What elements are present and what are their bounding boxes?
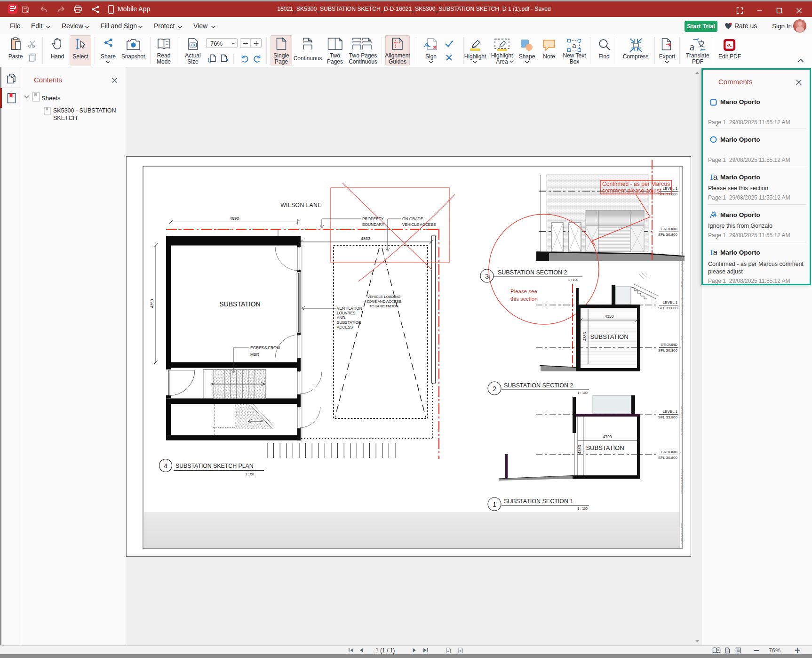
svg-text:SUBSTATION SECTION 1: SUBSTATION SECTION 1 [504,498,573,505]
svg-text:SUBSTATION SECTION 2: SUBSTATION SECTION 2 [504,382,573,389]
svg-text:a: a [690,41,694,52]
svg-text:LOUVRES: LOUVRES [337,311,356,315]
svg-text:a: a [572,41,576,49]
svg-text:SUBSTATION SECTION 2: SUBSTATION SECTION 2 [498,269,567,276]
svg-text:TO SUBSTATION: TO SUBSTATION [369,304,398,308]
svg-text:PROPERTY: PROPERTY [362,217,384,221]
svg-text:1 : 100: 1 : 100 [578,391,588,394]
svg-text:1 : 100: 1 : 100 [568,278,579,281]
svg-text:1: 1 [493,501,496,508]
svg-text:4690: 4690 [230,216,239,221]
svg-text:EGRESS FROM: EGRESS FROM [250,345,280,350]
svg-text:4790: 4790 [603,434,612,439]
svg-text:ON GRADE: ON GRADE [402,217,423,221]
svg-text:WILSON LANE: WILSON LANE [280,202,322,209]
svg-text:ACCESS: ACCESS [337,325,353,329]
svg-text:AND: AND [337,315,345,320]
svg-text:PLOTTED & CHECKED BY:: PLOTTED & CHECKED BY: [681,406,684,435]
svg-text:ZONE AND ACCESS: ZONE AND ACCESS [366,299,401,304]
svg-text:SFL 33.800: SFL 33.800 [658,415,678,419]
svg-text:SUBSTATION SKETCH PLAN: SUBSTATION SKETCH PLAN [175,463,254,469]
svg-text:4350: 4350 [150,299,154,308]
svg-text:Author: Author [681,372,684,379]
svg-text:4383: 4383 [582,332,587,341]
svg-text:comment please adjust: comment please adjust [602,187,661,194]
svg-text:this section: this section [510,296,538,302]
svg-text:SFL 33.800: SFL 33.800 [658,306,678,310]
svg-text:VENTILATION: VENTILATION [337,306,362,311]
svg-text:1 : 100: 1 : 100 [578,507,588,510]
svg-text:SFL 30.800: SFL 30.800 [658,233,678,237]
svg-text:1 : 50: 1 : 50 [245,472,254,476]
svg-text:Please see: Please see [510,289,537,294]
svg-text:3: 3 [485,273,489,280]
svg-text:LEVEL 1: LEVEL 1 [663,409,678,414]
svg-text:4: 4 [164,462,167,470]
svg-text:D:\Users\Nero\Documents\16021_: D:\Users\Nero\Documents\16021_Master_Sec… [681,252,684,315]
svg-text:VEHICLE LOADING: VEHICLE LOADING [367,295,401,299]
svg-text:GROUND: GROUND [661,450,677,454]
svg-text:REF.: REF. [681,336,684,341]
svg-text:GROUND: GROUND [661,343,677,347]
svg-text:SUBSTATION: SUBSTATION [590,333,628,340]
svg-text:2: 2 [493,385,496,393]
svg-text:4863: 4863 [361,236,370,241]
svg-text:MSR: MSR [250,352,259,357]
svg-text:SFL 30.800: SFL 30.800 [658,456,678,460]
svg-text:4383: 4383 [577,445,582,454]
svg-text:4350: 4350 [605,314,614,319]
svg-text:LEVEL 1: LEVEL 1 [663,300,678,305]
svg-text:SUBSTATION: SUBSTATION [219,300,260,308]
svg-text:VEHICLE ACCESS: VEHICLE ACCESS [402,222,436,227]
svg-text:SFL 30.800: SFL 30.800 [658,348,678,353]
svg-text:SUBSTATION: SUBSTATION [337,320,361,325]
svg-text:GROUND: GROUND [661,227,677,231]
svg-text:BOUNDARY: BOUNDARY [362,222,384,227]
svg-text:SUBSTATION: SUBSTATION [586,444,624,451]
svg-text:9/05/2019 10:45:34 AM: 9/05/2019 10:45:34 AM [681,469,684,494]
svg-text:Confirmed - as per Marcus: Confirmed - as per Marcus [602,181,670,187]
svg-text:PLOT DATE & TIME: PLOT DATE & TIME [681,522,684,544]
svg-text:1:1: 1:1 [191,43,196,47]
